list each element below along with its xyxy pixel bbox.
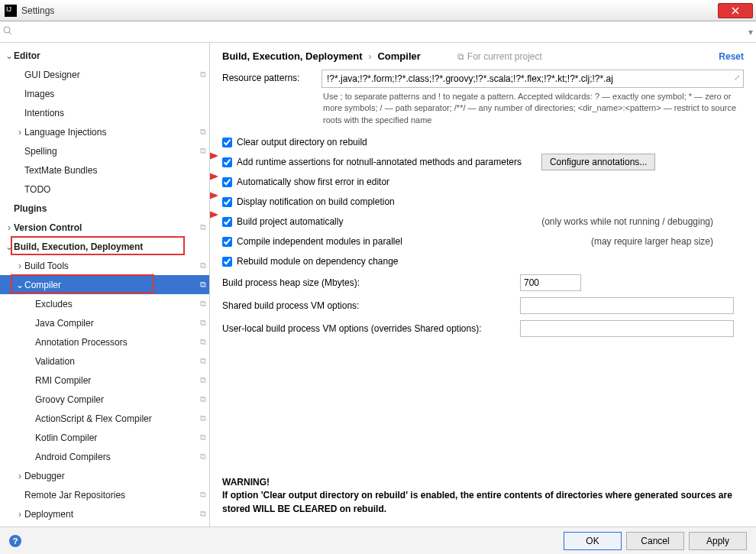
tree-item-label: Images <box>24 89 206 99</box>
tree-item-remote-jar-repositories[interactable]: Remote Jar Repositories⧉ <box>0 485 209 504</box>
tree-item-validation[interactable]: Validation⧉ <box>0 352 209 371</box>
tree-item-excludes[interactable]: Excludes⧉ <box>0 294 209 313</box>
reset-link[interactable]: Reset <box>719 51 744 62</box>
project-scope-icon: ⧉ <box>200 413 206 423</box>
tree-item-build-tools[interactable]: ›Build Tools⧉ <box>0 256 209 275</box>
chevron-right-icon: › <box>15 471 24 481</box>
help-icon[interactable]: ? <box>9 535 21 547</box>
tree-item-label: RMI Compiler <box>35 375 197 386</box>
tree-item-plugins[interactable]: Plugins <box>0 199 209 218</box>
tree-item-compiler[interactable]: ⌄Compiler⧉ <box>0 275 209 294</box>
project-scope-icon: ⧉ <box>200 222 206 232</box>
project-scope-icon: ⧉ <box>200 127 206 137</box>
expand-icon[interactable]: ⤢ <box>734 73 740 82</box>
checkbox-6[interactable] <box>222 257 232 267</box>
tree-item-label: Editor <box>14 50 206 61</box>
tree-item-language-injections[interactable]: ›Language Injections⧉ <box>0 122 209 141</box>
checkbox-5[interactable] <box>222 237 232 247</box>
tree-item-label: Intentions <box>24 108 206 118</box>
tree-item-gui-designer[interactable]: GUI Designer⧉ <box>0 65 209 84</box>
tree-item-build-execution-deployment[interactable]: ⌄Build, Execution, Deployment <box>0 237 209 256</box>
tree-item-java-compiler[interactable]: Java Compiler⧉ <box>0 313 209 332</box>
configure-annotations-button[interactable]: Configure annotations... <box>541 154 655 170</box>
project-scope-icon: ⧉ <box>200 146 206 156</box>
checkbox-4[interactable] <box>222 217 232 227</box>
warning-body: If option 'Clear output directory on reb… <box>222 489 744 516</box>
tree-item-todo[interactable]: TODO <box>0 180 209 199</box>
titlebar: Settings <box>0 0 756 21</box>
tree-item-kotlin-compiler[interactable]: Kotlin Compiler⧉ <box>0 428 209 447</box>
check-note: (only works while not running / debuggin… <box>541 216 744 227</box>
tree-item-rmi-compiler[interactable]: RMI Compiler⧉ <box>0 371 209 390</box>
tree-item-annotation-processors[interactable]: Annotation Processors⧉ <box>0 332 209 352</box>
tree-item-version-control[interactable]: ›Version Control⧉ <box>0 218 209 237</box>
project-scope-icon: ⧉ <box>200 337 206 347</box>
tree-item-label: Plugins <box>14 203 206 214</box>
check-row-1: Add runtime assertions for notnull-annot… <box>222 152 744 172</box>
tree-item-android-compilers[interactable]: Android Compilers⧉ <box>0 447 209 466</box>
heap-size-label: Build process heap size (Mbytes): <box>222 277 520 288</box>
check-label: Display notification on build completion <box>237 196 395 207</box>
tree-item-label: TODO <box>24 184 206 195</box>
check-row-4: Build project automatically(only works w… <box>222 212 744 232</box>
chevron-right-icon: › <box>368 51 371 62</box>
search-input[interactable] <box>15 24 748 40</box>
tree-item-actionscript-flex-compiler[interactable]: ActionScript & Flex Compiler⧉ <box>0 409 209 428</box>
tree-item-label: Version Control <box>14 222 197 233</box>
search-bar: ▾ <box>0 21 756 43</box>
tree-item-editor[interactable]: ⌄Editor <box>0 46 209 65</box>
search-dropdown-icon[interactable]: ▾ <box>748 27 753 37</box>
chevron-right-icon: › <box>15 509 24 520</box>
user-vm-label: User-local build process VM options (ove… <box>222 323 520 334</box>
tree-item-debugger[interactable]: ›Debugger <box>0 466 209 485</box>
tree-item-intentions[interactable]: Intentions <box>0 103 209 122</box>
chevron-right-icon: › <box>5 222 14 233</box>
tree-item-groovy-compiler[interactable]: Groovy Compiler⧉ <box>0 390 209 409</box>
copy-icon: ⧉ <box>457 51 464 62</box>
check-label: Compile independent modules in parallel <box>237 236 402 247</box>
cancel-button[interactable]: Cancel <box>626 532 684 550</box>
scope-hint: ⧉ For current project <box>457 51 542 62</box>
tree-item-textmate-bundles[interactable]: TextMate Bundles <box>0 160 209 180</box>
svg-point-0 <box>4 27 10 33</box>
checkbox-3[interactable] <box>222 197 232 207</box>
project-scope-icon: ⧉ <box>200 280 206 290</box>
tree-item-label: TextMate Bundles <box>24 165 206 176</box>
warning-title: WARNING! <box>222 476 744 489</box>
tree-item-label: Groovy Compiler <box>35 394 197 405</box>
breadcrumb-part1: Build, Execution, Deployment <box>222 50 362 62</box>
apply-button[interactable]: Apply <box>689 532 747 550</box>
ok-button[interactable]: OK <box>564 532 622 550</box>
tree-item-label: Kotlin Compiler <box>35 433 197 443</box>
checkbox-0[interactable] <box>222 138 232 147</box>
tree-item-label: Build Tools <box>24 261 197 271</box>
chevron-down-icon: ⌄ <box>5 50 14 61</box>
resource-patterns-input[interactable]: !?*.java;!?*.form;!?*.class;!?*.groovy;!… <box>321 70 744 88</box>
checkbox-1[interactable] <box>222 157 232 167</box>
tree-item-label: Java Compiler <box>35 318 197 329</box>
check-label: Add runtime assertions for notnull-annot… <box>237 157 522 167</box>
close-button[interactable] <box>718 3 753 18</box>
project-scope-icon: ⧉ <box>200 261 206 271</box>
checkbox-2[interactable] <box>222 177 232 187</box>
project-scope-icon: ⧉ <box>200 70 206 79</box>
shared-vm-label: Shared build process VM options: <box>222 300 520 311</box>
check-label: Rebuild module on dependency change <box>237 256 399 267</box>
user-vm-input[interactable] <box>520 320 734 337</box>
tree-item-deployment[interactable]: ›Deployment⧉ <box>0 504 209 523</box>
tree-item-label: Build, Execution, Deployment <box>14 241 206 252</box>
heap-size-input[interactable] <box>520 274 581 291</box>
tree-item-spelling[interactable]: Spelling⧉ <box>0 141 209 160</box>
project-scope-icon: ⧉ <box>200 452 206 462</box>
chevron-down-icon: ⌄ <box>15 280 24 290</box>
settings-tree: ⌄EditorGUI Designer⧉ImagesIntentions›Lan… <box>0 43 210 526</box>
heap-size-row: Build process heap size (Mbytes): <box>222 271 744 294</box>
project-scope-icon: ⧉ <box>200 509 206 519</box>
tree-item-label: Annotation Processors <box>35 337 197 348</box>
shared-vm-input[interactable] <box>520 297 734 314</box>
tree-item-images[interactable]: Images <box>0 84 209 103</box>
check-row-6: Rebuild module on dependency change <box>222 251 744 271</box>
check-row-0: Clear output directory on rebuild <box>222 132 744 152</box>
resource-patterns-row: Resource patterns: !?*.java;!?*.form;!?*… <box>222 70 744 88</box>
resource-patterns-label: Resource patterns: <box>222 70 321 83</box>
